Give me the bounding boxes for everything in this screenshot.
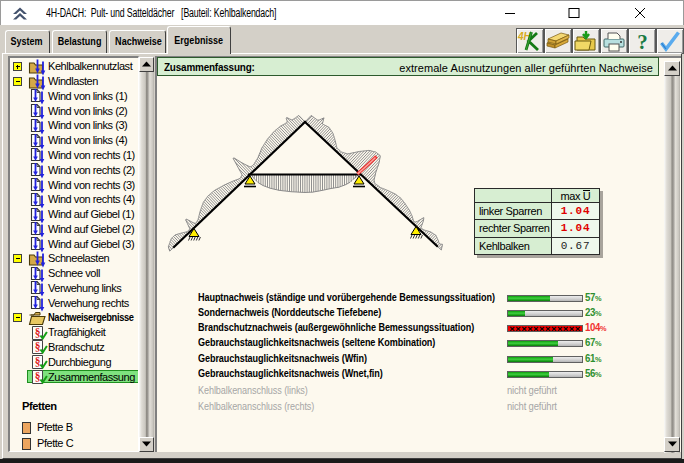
svg-text:§: § <box>35 356 41 368</box>
svg-text:§: § <box>35 341 41 353</box>
svg-text:§: § <box>35 326 41 338</box>
svg-text:§: § <box>35 371 41 383</box>
